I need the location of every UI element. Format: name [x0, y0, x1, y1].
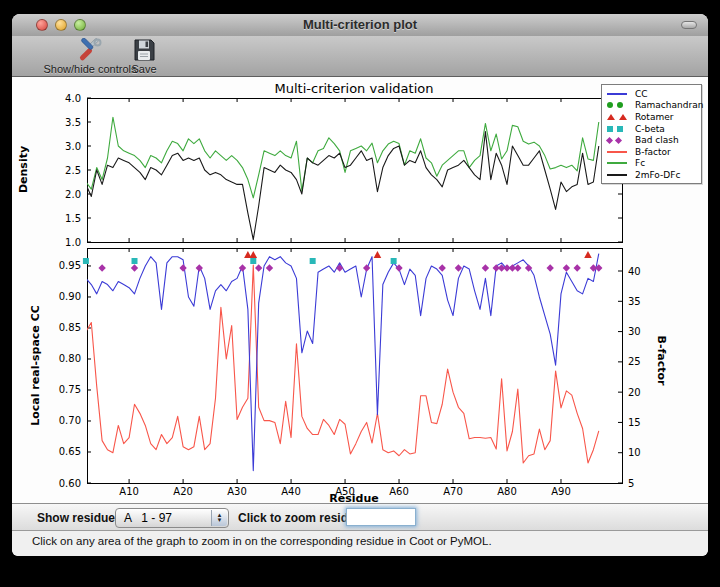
- legend-label: Ramachandran: [633, 100, 703, 110]
- svg-text:15: 15: [628, 417, 641, 428]
- status-text: Click on any area of the graph to zoom i…: [32, 535, 492, 547]
- svg-text:0.75: 0.75: [59, 384, 81, 395]
- 2mfo-dfc-legend-marker: [607, 174, 627, 176]
- legend-label: CC: [633, 89, 648, 99]
- zoom-residue-input[interactable]: [346, 508, 416, 526]
- floppy-disk-icon: [131, 38, 157, 63]
- svg-text:A30: A30: [227, 486, 247, 497]
- ramachandran-legend-marker: [617, 102, 623, 108]
- desktop: Multi-criterion plot Show/hide controls: [0, 0, 720, 587]
- svg-text:A70: A70: [443, 486, 463, 497]
- svg-text:0.90: 0.90: [59, 291, 81, 302]
- residue-range-value: A 1 - 97: [124, 511, 172, 525]
- density-axis-label: Density: [17, 125, 30, 215]
- legend-label: Fc: [633, 158, 645, 168]
- svg-text:0.65: 0.65: [59, 446, 81, 457]
- popup-stepper-icon: ▲▼: [211, 510, 227, 526]
- fc-legend-marker: [607, 162, 627, 164]
- svg-text:A10: A10: [119, 486, 139, 497]
- bfactor-axis-label: B-factor: [655, 326, 668, 396]
- c-beta-legend-marker: [607, 126, 613, 132]
- legend-label: 2mFo-DFc: [633, 170, 680, 180]
- legend-label: Bad clash: [633, 135, 679, 145]
- svg-text:30: 30: [628, 326, 641, 337]
- svg-text:0.95: 0.95: [59, 260, 81, 271]
- svg-text:4.0: 4.0: [65, 93, 81, 104]
- multi-criterion-plot-window: Multi-criterion plot Show/hide controls: [12, 14, 708, 556]
- plot-legend: CCRamachandranRotamerC-betaBad clashB-fa…: [601, 84, 702, 184]
- residue-range-popup[interactable]: A 1 - 97 ▲▼: [115, 508, 229, 528]
- toolbar-toggle-lozenge[interactable]: [681, 21, 697, 29]
- svg-text:0.70: 0.70: [59, 415, 81, 426]
- svg-text:20: 20: [628, 387, 641, 398]
- status-bar: Click on any area of the graph to zoom i…: [12, 531, 708, 556]
- svg-text:1.5: 1.5: [65, 213, 81, 224]
- legend-entry: 2mFo-DFc: [602, 169, 701, 181]
- legend-entry: B-factor: [602, 146, 701, 158]
- svg-text:3.5: 3.5: [65, 117, 81, 128]
- svg-text:A90: A90: [551, 486, 571, 497]
- svg-text:0.60: 0.60: [59, 478, 81, 489]
- rotamer-legend-marker: [619, 114, 627, 120]
- legend-entry: Rotamer: [602, 111, 701, 123]
- svg-text:3.0: 3.0: [65, 141, 81, 152]
- legend-entry: C-beta: [602, 123, 701, 135]
- plot-figure: 4.03.53.02.52.01.51.00.950.900.850.800.7…: [12, 77, 708, 503]
- svg-text:5: 5: [628, 478, 634, 489]
- ramachandran-legend-marker: [607, 102, 613, 108]
- save-button[interactable]: Save: [119, 37, 169, 75]
- show-residues-label: Show residues:: [37, 511, 126, 525]
- svg-text:2.5: 2.5: [65, 165, 81, 176]
- toolbar-button-label: Save: [131, 63, 156, 75]
- svg-text:A80: A80: [497, 486, 517, 497]
- svg-text:1.0: 1.0: [65, 237, 81, 248]
- legend-label: B-factor: [633, 147, 671, 157]
- svg-text:0.80: 0.80: [59, 353, 81, 364]
- svg-text:10: 10: [628, 447, 641, 458]
- controls-bar: Show residues: A 1 - 97 ▲▼ Click to zoom…: [12, 503, 708, 531]
- toolbar: Show/hide controls Save: [12, 36, 708, 77]
- svg-text:25: 25: [628, 356, 641, 367]
- cc-legend-marker: [607, 93, 627, 95]
- rotamer-legend-marker: [607, 114, 615, 120]
- title-bar[interactable]: Multi-criterion plot: [12, 14, 708, 37]
- c-beta-legend-marker: [617, 126, 623, 132]
- legend-label: C-beta: [633, 124, 665, 134]
- bad-clash-legend-marker: [615, 137, 622, 144]
- b-factor-legend-marker: [607, 151, 627, 153]
- legend-entry: Bad clash: [602, 134, 701, 146]
- svg-text:0.85: 0.85: [59, 322, 81, 333]
- tools-icon: [77, 38, 103, 63]
- svg-text:A20: A20: [173, 486, 193, 497]
- plot-title: Multi-criterion validation: [204, 81, 504, 96]
- legend-label: Rotamer: [633, 112, 673, 122]
- svg-text:2.0: 2.0: [65, 189, 81, 200]
- legend-entry: Ramachandran: [602, 100, 701, 112]
- bad-clash-legend-marker: [606, 137, 613, 144]
- svg-text:35: 35: [628, 296, 641, 307]
- window-title: Multi-criterion plot: [12, 17, 708, 32]
- legend-entry: CC: [602, 88, 701, 100]
- legend-entry: Fc: [602, 158, 701, 170]
- svg-text:40: 40: [628, 266, 641, 277]
- cc-axis-label: Local real-space CC: [29, 301, 42, 431]
